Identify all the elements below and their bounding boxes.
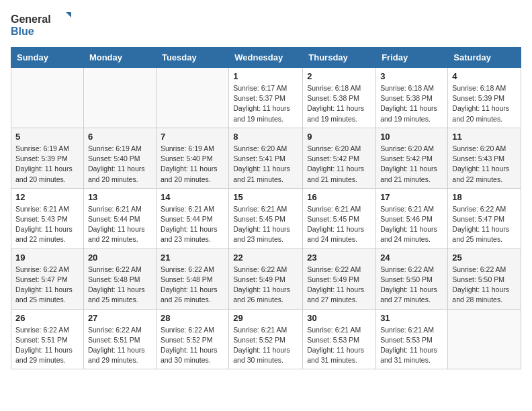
day-info: Sunrise: 6:22 AMSunset: 5:52 PMDaylight:…: [161, 325, 224, 366]
day-info: Sunrise: 6:20 AMSunset: 5:42 PMDaylight:…: [307, 144, 371, 185]
calendar-cell: 26Sunrise: 6:22 AMSunset: 5:51 PMDayligh…: [11, 309, 84, 369]
day-number: 17: [380, 192, 443, 202]
calendar-cell: 14Sunrise: 6:21 AMSunset: 5:44 PMDayligh…: [156, 188, 228, 248]
logo: General Blue: [11, 11, 71, 39]
day-number: 28: [161, 313, 224, 323]
day-info: Sunrise: 6:19 AMSunset: 5:40 PMDaylight:…: [161, 144, 224, 185]
svg-marker-1: [66, 12, 71, 19]
day-number: 12: [15, 192, 79, 202]
day-info: Sunrise: 6:21 AMSunset: 5:45 PMDaylight:…: [307, 204, 371, 245]
day-info: Sunrise: 6:20 AMSunset: 5:43 PMDaylight:…: [452, 144, 517, 185]
calendar-cell: 4Sunrise: 6:18 AMSunset: 5:39 PMDaylight…: [448, 68, 521, 128]
day-number: 25: [452, 253, 517, 263]
calendar-cell: 30Sunrise: 6:21 AMSunset: 5:53 PMDayligh…: [303, 309, 376, 369]
day-number: 23: [307, 253, 371, 263]
day-number: 19: [15, 253, 79, 263]
day-info: Sunrise: 6:20 AMSunset: 5:42 PMDaylight:…: [380, 144, 443, 185]
day-info: Sunrise: 6:22 AMSunset: 5:51 PMDaylight:…: [88, 325, 152, 366]
day-number: 16: [307, 192, 371, 202]
calendar-table: SundayMondayTuesdayWednesdayThursdayFrid…: [11, 47, 521, 369]
day-number: 24: [380, 253, 443, 263]
day-number: 31: [380, 313, 443, 323]
logo-svg: General Blue: [11, 11, 71, 39]
calendar-cell: [11, 68, 84, 128]
calendar-cell: 20Sunrise: 6:22 AMSunset: 5:48 PMDayligh…: [83, 248, 156, 309]
calendar-week-row: 1Sunrise: 6:17 AMSunset: 5:37 PMDaylight…: [11, 68, 521, 128]
calendar-week-row: 26Sunrise: 6:22 AMSunset: 5:51 PMDayligh…: [11, 309, 521, 369]
calendar-week-row: 5Sunrise: 6:19 AMSunset: 5:39 PMDaylight…: [11, 128, 521, 188]
day-info: Sunrise: 6:22 AMSunset: 5:49 PMDaylight:…: [233, 265, 298, 306]
day-number: 8: [233, 132, 298, 142]
calendar-cell: 18Sunrise: 6:22 AMSunset: 5:47 PMDayligh…: [448, 188, 521, 248]
calendar-cell: [83, 68, 156, 128]
calendar-cell: 13Sunrise: 6:21 AMSunset: 5:44 PMDayligh…: [83, 188, 156, 248]
calendar-body: 1Sunrise: 6:17 AMSunset: 5:37 PMDaylight…: [11, 68, 521, 369]
weekday-header-sunday: Sunday: [11, 48, 84, 68]
day-number: 27: [88, 313, 152, 323]
calendar-cell: 6Sunrise: 6:19 AMSunset: 5:40 PMDaylight…: [83, 128, 156, 188]
day-info: Sunrise: 6:21 AMSunset: 5:43 PMDaylight:…: [15, 204, 79, 245]
day-number: 15: [233, 192, 298, 202]
day-number: 20: [88, 253, 152, 263]
day-info: Sunrise: 6:21 AMSunset: 5:53 PMDaylight:…: [307, 325, 371, 366]
weekday-header-tuesday: Tuesday: [156, 48, 228, 68]
calendar-cell: 23Sunrise: 6:22 AMSunset: 5:49 PMDayligh…: [303, 248, 376, 309]
day-number: 5: [15, 132, 79, 142]
calendar-cell: 10Sunrise: 6:20 AMSunset: 5:42 PMDayligh…: [376, 128, 448, 188]
day-number: 2: [307, 71, 371, 81]
day-info: Sunrise: 6:22 AMSunset: 5:47 PMDaylight:…: [15, 265, 79, 306]
day-info: Sunrise: 6:19 AMSunset: 5:40 PMDaylight:…: [88, 144, 152, 185]
calendar-cell: 5Sunrise: 6:19 AMSunset: 5:39 PMDaylight…: [11, 128, 84, 188]
calendar-cell: 11Sunrise: 6:20 AMSunset: 5:43 PMDayligh…: [448, 128, 521, 188]
day-info: Sunrise: 6:21 AMSunset: 5:45 PMDaylight:…: [233, 204, 298, 245]
day-info: Sunrise: 6:21 AMSunset: 5:44 PMDaylight:…: [88, 204, 152, 245]
day-info: Sunrise: 6:21 AMSunset: 5:52 PMDaylight:…: [233, 325, 298, 366]
page-header: General Blue: [11, 11, 521, 39]
day-info: Sunrise: 6:17 AMSunset: 5:37 PMDaylight:…: [233, 83, 298, 124]
weekday-header-thursday: Thursday: [303, 48, 376, 68]
calendar-week-row: 12Sunrise: 6:21 AMSunset: 5:43 PMDayligh…: [11, 188, 521, 248]
weekday-row: SundayMondayTuesdayWednesdayThursdayFrid…: [11, 48, 521, 68]
day-number: 10: [380, 132, 443, 142]
day-number: 11: [452, 132, 517, 142]
day-info: Sunrise: 6:22 AMSunset: 5:47 PMDaylight:…: [452, 204, 517, 245]
day-info: Sunrise: 6:22 AMSunset: 5:50 PMDaylight:…: [380, 265, 443, 306]
svg-text:General: General: [11, 13, 51, 25]
calendar-cell: 19Sunrise: 6:22 AMSunset: 5:47 PMDayligh…: [11, 248, 84, 309]
day-info: Sunrise: 6:22 AMSunset: 5:49 PMDaylight:…: [307, 265, 371, 306]
weekday-header-friday: Friday: [376, 48, 448, 68]
day-number: 13: [88, 192, 152, 202]
day-info: Sunrise: 6:20 AMSunset: 5:41 PMDaylight:…: [233, 144, 298, 185]
day-number: 30: [307, 313, 371, 323]
calendar-cell: 29Sunrise: 6:21 AMSunset: 5:52 PMDayligh…: [229, 309, 303, 369]
calendar-cell: 16Sunrise: 6:21 AMSunset: 5:45 PMDayligh…: [303, 188, 376, 248]
calendar-cell: 21Sunrise: 6:22 AMSunset: 5:48 PMDayligh…: [156, 248, 228, 309]
calendar-cell: 22Sunrise: 6:22 AMSunset: 5:49 PMDayligh…: [229, 248, 303, 309]
day-info: Sunrise: 6:21 AMSunset: 5:44 PMDaylight:…: [161, 204, 224, 245]
day-info: Sunrise: 6:18 AMSunset: 5:38 PMDaylight:…: [380, 83, 443, 124]
day-info: Sunrise: 6:18 AMSunset: 5:39 PMDaylight:…: [452, 83, 517, 124]
weekday-header-saturday: Saturday: [448, 48, 521, 68]
day-number: 3: [380, 71, 443, 81]
calendar-cell: 9Sunrise: 6:20 AMSunset: 5:42 PMDaylight…: [303, 128, 376, 188]
day-number: 6: [88, 132, 152, 142]
calendar-cell: [156, 68, 228, 128]
calendar-cell: 24Sunrise: 6:22 AMSunset: 5:50 PMDayligh…: [376, 248, 448, 309]
calendar-cell: 25Sunrise: 6:22 AMSunset: 5:50 PMDayligh…: [448, 248, 521, 309]
calendar-cell: 12Sunrise: 6:21 AMSunset: 5:43 PMDayligh…: [11, 188, 84, 248]
day-number: 21: [161, 253, 224, 263]
calendar-week-row: 19Sunrise: 6:22 AMSunset: 5:47 PMDayligh…: [11, 248, 521, 309]
day-number: 7: [161, 132, 224, 142]
calendar-cell: 15Sunrise: 6:21 AMSunset: 5:45 PMDayligh…: [229, 188, 303, 248]
day-number: 18: [452, 192, 517, 202]
calendar-cell: 3Sunrise: 6:18 AMSunset: 5:38 PMDaylight…: [376, 68, 448, 128]
day-info: Sunrise: 6:22 AMSunset: 5:48 PMDaylight:…: [161, 265, 224, 306]
day-number: 22: [233, 253, 298, 263]
day-number: 4: [452, 71, 517, 81]
day-info: Sunrise: 6:22 AMSunset: 5:50 PMDaylight:…: [452, 265, 517, 306]
weekday-header-monday: Monday: [83, 48, 156, 68]
svg-text:Blue: Blue: [11, 26, 34, 37]
calendar-cell: 7Sunrise: 6:19 AMSunset: 5:40 PMDaylight…: [156, 128, 228, 188]
day-info: Sunrise: 6:21 AMSunset: 5:46 PMDaylight:…: [380, 204, 443, 245]
day-info: Sunrise: 6:21 AMSunset: 5:53 PMDaylight:…: [380, 325, 443, 366]
